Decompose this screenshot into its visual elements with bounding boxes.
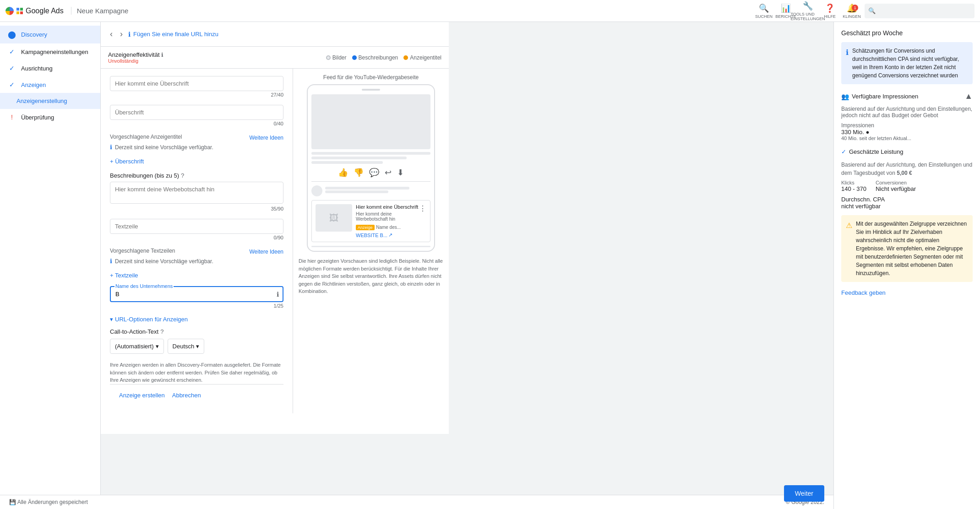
sidebar-item-ueberpruefung[interactable]: ! Überprüfung (0, 109, 100, 125)
card-cta[interactable]: WEBSITE B... ↗ (356, 232, 426, 238)
status-bar: 💾 Alle Änderungen gespeichert © Google 2… (0, 495, 833, 509)
form-column: 27/40 0/40 Vorgeschlagene Anzeigentitel … (101, 69, 293, 413)
chip-anzeigentitel: Anzeigentitel (403, 54, 441, 61)
beschreibung-second-input[interactable] (110, 219, 283, 234)
top-search-input[interactable] (878, 7, 971, 14)
card-title-row: Hier kommt eine Überschrift Hier kommt d… (356, 204, 426, 223)
cta-row: (Automatisiert) ▾ Deutsch ▾ (110, 339, 283, 354)
suggestion-info-icon-1: ℹ (110, 144, 112, 151)
content-area: ‹ › ℹ Fügen Sie eine finale URL hinzu An… (101, 22, 833, 434)
search-nav-btn[interactable]: 🔍 SUCHEN (755, 2, 773, 20)
sidebar-item-ausrichtung[interactable]: ✓ Ausrichtung (0, 60, 100, 76)
card-menu-icon[interactable]: ⋮ (419, 204, 426, 213)
beschreibungen-label: Beschreibungen (bis zu 5) ? (110, 172, 283, 179)
sidebar-label-ausrichtung: Ausrichtung (21, 65, 53, 72)
impressionen-icon: 👥 (841, 93, 849, 100)
save-icon: 💾 (9, 499, 16, 505)
help-nav-btn[interactable]: ❓ HILFE (821, 2, 839, 20)
sidebar-label-anzeigenerstellung: Anzeigenerstellung (16, 97, 67, 104)
conversions-label: Conversionen (876, 180, 916, 185)
sidebar-item-discovery[interactable]: ⬤ Discovery (0, 26, 100, 43)
external-link-icon: ↗ (388, 232, 392, 238)
form-panel: ‹ › ℹ Fügen Sie eine finale URL hinzu An… (101, 22, 449, 434)
preview-feed-label: Feed für die YouTube-Wiedergabeseite (299, 74, 443, 81)
conversions-item: Conversionen Nicht verfügbar (876, 180, 916, 192)
add-textzeile-btn[interactable]: + Textzeile (110, 272, 283, 279)
search-bar-icon: 🔍 (868, 7, 876, 14)
right-panel-title: Geschätzt pro Woche (841, 29, 973, 37)
company-name-group: Name des Unternehmens ℹ 1/25 (110, 286, 283, 309)
sidebar-label-ueberpruefung: Überprüfung (21, 114, 54, 121)
notifications-btn[interactable]: 🔔 1 KLINGEN (843, 2, 861, 20)
url-options-toggle[interactable]: ▾ URL-Optionen für Anzeigen (110, 316, 283, 323)
beschreibungen-section: Beschreibungen (bis zu 5) ? 35/90 (110, 172, 283, 211)
cta-help-icon[interactable]: ? (160, 328, 163, 335)
comment-icon: 💬 (369, 168, 379, 178)
error-icon: ! (7, 114, 16, 121)
forward-button[interactable]: › (118, 27, 125, 41)
weiter-button[interactable]: Weiter (784, 485, 824, 502)
cta-language-select[interactable]: Deutsch ▾ (168, 339, 205, 354)
first-headline-counter: 27/40 (110, 92, 283, 97)
leistung-check-icon: ✓ (841, 148, 846, 155)
preview-column: Feed für die YouTube-Wiedergabeseite 👍 👎… (293, 69, 449, 413)
beschreibung-first-counter: 35/90 (110, 206, 283, 211)
download-icon: ⬇ (397, 168, 404, 178)
cta-dropdown-icon: ▾ (156, 343, 159, 350)
sidebar-label-anzeigen: Anzeigen (21, 81, 46, 88)
second-headline-input[interactable] (110, 105, 283, 120)
suggested-label: Vorgeschlagene Anzeigentitel (110, 134, 182, 140)
effectiveness-chips: Bilder Beschreibungen Anzeigentitel (326, 54, 441, 61)
info-box: ℹ Schätzungen für Conversions und durchs… (841, 42, 973, 84)
info-circle-icon: ℹ (128, 31, 131, 38)
beschreibung-dot (352, 55, 357, 60)
card-badge-row: Anzeige Name des... (356, 223, 426, 230)
company-name-input[interactable] (115, 291, 268, 298)
text-line-3 (311, 161, 383, 164)
impressionen-desc: Basierend auf der Ausrichtung und den Ei… (841, 106, 973, 119)
ad-card-content: Hier kommt eine Überschrift Hier kommt d… (356, 204, 426, 238)
effectiveness-status: Unvollständig (108, 58, 163, 64)
language-dropdown-icon: ▾ (196, 343, 199, 350)
tools-nav-btn[interactable]: 🔧 TOOLS UND EINSTELLUNGEN (799, 2, 817, 20)
company-name-info-icon[interactable]: ℹ (277, 291, 279, 298)
app-logo: Google Ads (5, 7, 64, 15)
impressionen-stat-label: Impressionen (841, 122, 973, 129)
beschreibungen-help-icon[interactable]: ? (181, 172, 184, 179)
page-nav-info: ℹ Fügen Sie eine finale URL hinzu (128, 31, 218, 38)
save-status: 💾 Alle Änderungen gespeichert (9, 499, 88, 505)
phone-video-area (311, 94, 430, 149)
warning-box: ⚠ Mit der ausgewählten Zielgruppe verzei… (841, 215, 973, 282)
page-nav: ‹ › ℹ Fügen Sie eine finale URL hinzu (101, 22, 449, 47)
beschreibung-first-input[interactable] (110, 182, 283, 204)
check-icon-2: ✓ (7, 65, 16, 72)
cta-group: Call-to-Action-Text ? (Automatisiert) ▾ … (110, 328, 283, 354)
sidebar-item-kampagneneinstellungen[interactable]: ✓ Kampagneneinstellungen (0, 43, 100, 60)
anzeige-erstellen-link[interactable]: Anzeige erstellen (119, 392, 165, 399)
company-name-wrapper: Name des Unternehmens ℹ (110, 286, 283, 302)
sidebar-item-anzeigenerstellung[interactable]: Anzeigenerstellung (0, 93, 100, 109)
top-search-bar[interactable]: 🔍 (865, 4, 975, 18)
back-button[interactable]: ‹ (108, 27, 114, 41)
url-options-chevron-icon: ▾ (110, 316, 113, 323)
second-headline-group: 0/40 (110, 105, 283, 126)
first-headline-group: 27/40 (110, 76, 283, 97)
first-headline-input[interactable] (110, 76, 283, 91)
nav-icons: 🔍 SUCHEN 📊 BERICHTE 🔧 TOOLS UND EINSTELL… (755, 2, 975, 20)
abbrechen-link[interactable]: Abbrechen (172, 392, 201, 399)
weitere-ideen-link-1[interactable]: Weitere Ideen (250, 135, 284, 141)
weitere-ideen-link-2[interactable]: Weitere Ideen (250, 249, 284, 255)
feedback-link[interactable]: Feedback geben (841, 289, 973, 296)
suggestion-row-2: ℹ Derzeit sind keine Vorschläge verfügba… (110, 258, 283, 265)
effectiveness-info-icon: ℹ (161, 52, 163, 58)
search-icon: 🔍 (759, 3, 769, 13)
sidebar-item-anzeigen[interactable]: ✓ Anzeigen (0, 76, 100, 93)
cta-auto-select[interactable]: (Automatisiert) ▾ (110, 339, 164, 354)
card-text: Hier kommt eine Überschrift Hier kommt d… (356, 204, 419, 223)
impressionen-collapse-btn[interactable]: ▲ (964, 92, 973, 101)
add-ueberschrift-btn[interactable]: + Überschrift (110, 158, 283, 165)
check-icon: ✓ (7, 48, 16, 55)
scroll-bar (311, 246, 430, 247)
reports-icon: 📊 (781, 3, 791, 13)
conversions-value: Nicht verfügbar (876, 185, 916, 192)
